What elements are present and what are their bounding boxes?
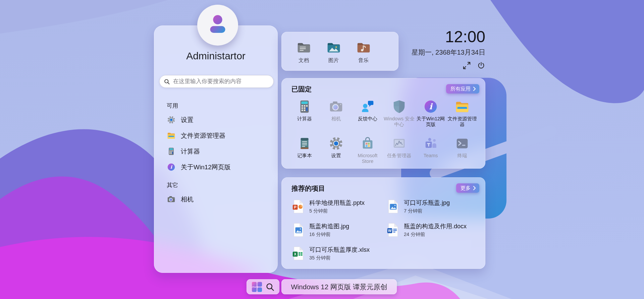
pinned-app-label: 反馈中心 [358, 116, 377, 122]
chevron-right-icon [473, 86, 476, 91]
xlsx-file-icon: X [292, 246, 305, 261]
taskbar-brand-pill[interactable]: Windows 12 网页版 谭景元原创 [281, 279, 397, 294]
pinned-panel: 已固定 所有应用 计算器相机反馈中心Windows 安全中心i关于Win12网页… [281, 78, 485, 169]
file-time: 24 分钟前 [404, 231, 467, 238]
menu-item-label: 相机 [181, 195, 194, 204]
terminal-icon [454, 136, 470, 151]
pinned-app-label: Microsoft Store [352, 153, 383, 164]
menu-item-file-explorer[interactable]: 文件资源管理器 [167, 130, 272, 141]
pinned-app[interactable]: 反馈中心 [352, 99, 383, 132]
file-name: 可口可乐瓶盖厚度.xlsx [309, 246, 370, 254]
recommended-file[interactable]: X可口可乐瓶盖厚度.xlsx35 分钟前 [292, 242, 385, 265]
file-name: 瓶盖构造图.jpg [309, 222, 349, 230]
feedback-hub-icon [360, 99, 375, 114]
jpg-file-icon [292, 222, 305, 238]
pinned-app[interactable]: Teams [415, 136, 446, 169]
quick-folder-label: 音乐 [358, 57, 369, 64]
clock-widget: 12:00 星期一, 2368年13月34日 [412, 29, 485, 70]
recommended-file[interactable]: 瓶盖构造图.jpg16 分钟前 [292, 218, 385, 242]
taskbar-search-icon[interactable] [265, 282, 275, 292]
file-time: 7 分钟前 [404, 208, 450, 214]
calculator-icon [297, 99, 312, 114]
quick-folders-panel: 文档图片音乐 [281, 32, 398, 71]
quick-folder-documents-folder[interactable]: 文档 [289, 40, 319, 64]
menu-item-label: 计算器 [181, 147, 200, 156]
file-explorer-icon [454, 99, 470, 114]
menu-item-camera[interactable]: 相机 [167, 194, 272, 205]
pinned-app-label: Teams [424, 153, 438, 159]
recommended-panel: 推荐的项目 更多 P科学地使用瓶盖.pptx5 分钟前可口可乐瓶盖.jpg7 分… [281, 177, 485, 269]
search-icon [164, 78, 170, 85]
svg-text:P: P [294, 205, 297, 209]
windows-security-icon [391, 99, 407, 114]
recommended-file[interactable]: 可口可乐瓶盖.jpg7 分钟前 [387, 195, 479, 218]
user-avatar-icon [205, 12, 230, 39]
task-manager-icon [391, 136, 407, 151]
pinned-app-label: 记事本 [297, 153, 312, 159]
svg-text:W: W [388, 229, 392, 233]
power-icon[interactable] [477, 61, 485, 70]
all-apps-label: 所有应用 [450, 86, 471, 92]
search-box [159, 75, 274, 88]
pinned-app[interactable]: 设置 [320, 136, 352, 169]
recommended-file-grid: P科学地使用瓶盖.pptx5 分钟前可口可乐瓶盖.jpg7 分钟前瓶盖构造图.j… [292, 195, 479, 265]
search-input[interactable] [170, 78, 269, 85]
camera-icon [167, 195, 176, 204]
pinned-app[interactable]: Windows 安全中心 [383, 99, 415, 132]
clock-date: 星期一, 2368年13月34日 [412, 48, 485, 57]
menu-item-label: 文件资源管理器 [181, 131, 225, 140]
calculator-icon [167, 147, 176, 156]
pinned-app[interactable]: 记事本 [289, 136, 320, 169]
pinned-app[interactable]: 文件资源管理器 [446, 99, 478, 132]
menu-section-label: 可用 [167, 102, 272, 110]
start-menu-panel: 可用设置文件资源管理器计算器i关于Win12网页版其它相机 [154, 25, 278, 273]
teams-icon [423, 136, 438, 151]
pinned-title: 已固定 [291, 85, 312, 94]
pinned-app-label: Windows 安全中心 [383, 116, 415, 127]
recommended-file[interactable]: P科学地使用瓶盖.pptx5 分钟前 [292, 195, 385, 218]
svg-text:X: X [294, 252, 297, 256]
pptx-file-icon: P [292, 199, 305, 214]
pinned-app[interactable]: 计算器 [289, 99, 320, 132]
pinned-app-grid: 计算器相机反馈中心Windows 安全中心i关于Win12网页版文件资源管理器记… [289, 99, 478, 169]
microsoft-store-icon [360, 136, 375, 151]
file-time: 35 分钟前 [309, 255, 370, 261]
windows-logo-icon[interactable] [252, 282, 262, 292]
menu-item-settings-gear[interactable]: 设置 [167, 114, 272, 125]
pinned-app-label: 计算器 [297, 116, 312, 122]
quick-folder-label: 文档 [299, 57, 309, 64]
recommended-title: 推荐的项目 [291, 184, 325, 193]
notepad-icon [297, 136, 312, 151]
pinned-app[interactable]: Microsoft Store [352, 136, 383, 169]
jpg-file-icon [387, 199, 399, 214]
menu-item-label: 设置 [181, 116, 194, 124]
documents-folder-icon [296, 40, 312, 55]
pinned-app[interactable]: 任务管理器 [383, 136, 415, 169]
more-label: 更多 [461, 185, 471, 191]
recommended-file[interactable]: W瓶盖的构造及作用.docx24 分钟前 [387, 218, 479, 242]
taskbar-start-pill [247, 279, 279, 294]
pinned-app[interactable]: 相机 [320, 99, 352, 132]
expand-fullscreen-icon[interactable] [463, 61, 471, 70]
pinned-app[interactable]: i关于Win12网页版 [415, 99, 446, 132]
menu-item-calculator[interactable]: 计算器 [167, 146, 272, 157]
user-avatar[interactable] [197, 5, 238, 46]
desktop: 可用设置文件资源管理器计算器i关于Win12网页版其它相机 Administar… [0, 0, 644, 299]
file-explorer-icon [167, 131, 176, 140]
info-icon: i [167, 163, 176, 172]
menu-item-info[interactable]: i关于Win12网页版 [167, 162, 272, 173]
more-button[interactable]: 更多 [456, 183, 479, 193]
quick-folder-pictures-folder[interactable]: 图片 [319, 40, 348, 64]
all-apps-button[interactable]: 所有应用 [446, 84, 479, 94]
file-time: 5 分钟前 [309, 208, 365, 214]
camera-icon [328, 99, 344, 114]
settings-gear-icon [167, 115, 176, 124]
quick-folder-label: 图片 [328, 57, 339, 64]
file-name: 瓶盖的构造及作用.docx [404, 222, 467, 230]
pinned-app[interactable]: 终端 [446, 136, 478, 169]
quick-folder-music-folder[interactable]: 音乐 [348, 40, 378, 64]
pinned-app-label: 相机 [331, 116, 341, 122]
file-name: 可口可乐瓶盖.jpg [404, 199, 450, 207]
menu-item-label: 关于Win12网页版 [181, 163, 231, 172]
info-icon: i [423, 99, 438, 114]
